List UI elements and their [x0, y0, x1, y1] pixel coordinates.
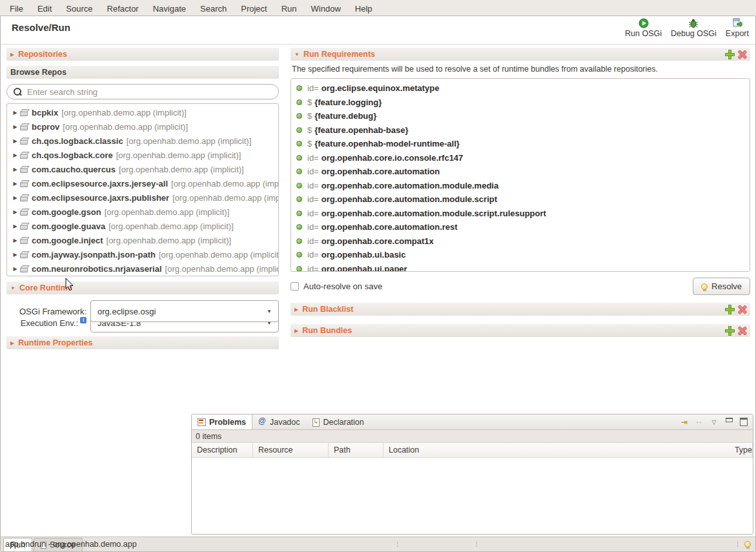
- repo-list-item[interactable]: ▶ bcprov [org.openhab.demo.app (implicit…: [7, 119, 278, 134]
- menu-item[interactable]: Refactor: [100, 1, 146, 16]
- requirement-item[interactable]: id= org.eclipse.equinox.metatype: [296, 81, 750, 96]
- requirement-item[interactable]: id= org.openhab.core.io.console.rfc147: [296, 151, 750, 165]
- repo-list-item[interactable]: ▶ com.eclipsesource.jaxrs.jersey-all [or…: [7, 176, 278, 190]
- column-header[interactable]: Path: [329, 443, 383, 457]
- expand-arrow-icon[interactable]: ▶: [11, 167, 19, 172]
- repo-list-item[interactable]: ▶ com.google.gson [org.openhab.demo.app …: [7, 205, 278, 219]
- export-button[interactable]: Export: [726, 18, 749, 38]
- requirement-item[interactable]: id= org.openhab.core.automation.module.s…: [296, 192, 750, 207]
- run-blacklist-section-header[interactable]: ▶ Run Blacklist: [291, 303, 750, 316]
- expand-arrow-icon[interactable]: ▶: [11, 223, 19, 229]
- requirement-item[interactable]: $ {feature.logging}: [296, 96, 750, 110]
- column-header[interactable]: Description: [192, 443, 253, 457]
- minimize-icon[interactable]: [724, 417, 734, 427]
- requirement-item[interactable]: id= org.openhab.ui.paper: [296, 262, 750, 272]
- menu-item[interactable]: Run: [274, 1, 304, 16]
- expand-arrow-icon[interactable]: ▶: [11, 181, 19, 187]
- osgi-framework-combo[interactable]: org.eclipse.osgi ▼: [90, 300, 279, 322]
- expand-arrow-icon[interactable]: ▶: [11, 138, 19, 144]
- menu-item[interactable]: Edit: [30, 1, 59, 16]
- requirement-item[interactable]: id= org.openhab.core.automation.rest: [296, 220, 750, 234]
- column-header[interactable]: Type: [730, 443, 753, 457]
- requirement-item[interactable]: $ {feature.debug}: [296, 109, 750, 123]
- add-requirement-icon[interactable]: [726, 50, 734, 59]
- menu-item[interactable]: Help: [348, 1, 380, 16]
- add-bundle-icon[interactable]: [726, 327, 734, 335]
- column-header[interactable]: Location: [383, 443, 730, 457]
- repo-list-item[interactable]: ▶ com.jayway.jsonpath.json-path [org.ope…: [7, 247, 278, 261]
- drag-handle[interactable]: ⁞: [475, 540, 476, 548]
- menu-item[interactable]: Window: [304, 1, 348, 16]
- remove-blacklist-icon[interactable]: [738, 305, 746, 314]
- items-count: 0 items: [192, 430, 753, 443]
- repo-list-item[interactable]: ▶ bcpkix [org.openhab.demo.app (implicit…: [7, 105, 278, 119]
- requirement-item[interactable]: id= org.openhab.core.compat1x: [296, 234, 750, 249]
- section-expanded-arrow-icon[interactable]: ▼: [294, 52, 300, 57]
- expand-arrow-icon[interactable]: ▶: [11, 209, 19, 215]
- drag-handle[interactable]: ⁞: [737, 540, 738, 548]
- section-collapsed-arrow-icon[interactable]: ▶: [10, 52, 14, 57]
- expand-arrow-icon[interactable]: ▶: [11, 266, 19, 272]
- repo-search-input[interactable]: [27, 87, 272, 97]
- view-menu-icon[interactable]: [709, 417, 719, 427]
- column-header[interactable]: Resource: [253, 443, 329, 457]
- requirement-item[interactable]: $ {feature.openhab-base}: [296, 123, 750, 138]
- form-actions: Run OSGi Debug OSGi Export: [625, 18, 749, 38]
- menu-item[interactable]: Source: [59, 1, 99, 16]
- run-osgi-icon: [639, 18, 649, 28]
- requirement-item[interactable]: id= org.openhab.core.automation.module.m…: [296, 179, 750, 193]
- remove-requirement-icon[interactable]: [738, 50, 746, 59]
- expand-arrow-icon[interactable]: ▶: [11, 195, 19, 201]
- run-osgi-button[interactable]: Run OSGi: [625, 18, 662, 38]
- expand-arrow-icon[interactable]: ▶: [11, 152, 19, 158]
- add-blacklist-icon[interactable]: [726, 305, 734, 314]
- expand-arrow-icon[interactable]: ▶: [11, 110, 19, 116]
- resolve-button[interactable]: Resolve: [693, 278, 750, 295]
- info-icon: [80, 317, 87, 323]
- filter-icon[interactable]: [694, 417, 704, 427]
- repo-search-box[interactable]: [6, 84, 279, 99]
- repo-list-item[interactable]: ▶ com.google.guava [org.openhab.demo.app…: [7, 219, 278, 233]
- expand-arrow-icon[interactable]: ▶: [11, 124, 19, 130]
- section-expanded-arrow-icon[interactable]: ▼: [10, 285, 15, 291]
- focus-on-task-icon[interactable]: [679, 417, 690, 427]
- auto-resolve-checkbox[interactable]: [291, 282, 299, 291]
- repositories-section-header[interactable]: ▶ Repositories: [6, 48, 279, 61]
- bundle-bullet-icon: [296, 183, 302, 189]
- requirement-item[interactable]: $ {feature.openhab-model-runtime-all}: [296, 137, 750, 151]
- repo-list-item[interactable]: ▶ com.google.inject [org.openhab.demo.ap…: [7, 233, 278, 247]
- runtime-properties-section-header[interactable]: ▶ Runtime Properties: [6, 336, 279, 349]
- repo-list-item[interactable]: ▶ ch.qos.logback.core [org.openhab.demo.…: [7, 148, 278, 162]
- debug-osgi-icon: [688, 18, 699, 28]
- expand-arrow-icon[interactable]: ▶: [11, 238, 19, 243]
- menu-item[interactable]: Navigate: [146, 1, 193, 16]
- run-requirements-section-header[interactable]: ▼ Run Requirements: [291, 48, 750, 61]
- drag-handle[interactable]: ⁞: [396, 540, 398, 548]
- expand-arrow-icon[interactable]: ▶: [11, 252, 19, 258]
- requirement-item[interactable]: id= org.openhab.core.automation: [296, 165, 750, 179]
- menu-item[interactable]: File: [3, 1, 30, 16]
- chevron-down-icon[interactable]: ▼: [260, 301, 278, 322]
- menu-item[interactable]: Project: [234, 1, 274, 16]
- remove-bundle-icon[interactable]: [738, 327, 746, 335]
- requirement-item[interactable]: id= org.openhab.core.automation.module.s…: [296, 207, 750, 221]
- core-runtime-section-header[interactable]: ▼ Core Runtime: [6, 281, 279, 294]
- maximize-icon[interactable]: [739, 417, 749, 427]
- repo-list-item[interactable]: ▶ ch.qos.logback.classic [org.openhab.de…: [7, 134, 278, 148]
- menu-item[interactable]: Search: [193, 1, 234, 16]
- notification-lightbulb-icon[interactable]: [744, 541, 751, 547]
- view-tab[interactable]: Javadoc: [252, 414, 306, 429]
- section-collapsed-arrow-icon[interactable]: ▶: [294, 328, 298, 334]
- view-tab[interactable]: Declaration: [306, 414, 370, 429]
- repo-list-item[interactable]: ▶ com.neuronrobotics.nrjavaserial [org.o…: [7, 261, 278, 276]
- requirement-item[interactable]: id= org.openhab.ui.basic: [296, 248, 750, 262]
- debug-osgi-button[interactable]: Debug OSGi: [671, 18, 717, 38]
- run-bundles-section-header[interactable]: ▶ Run Bundles: [291, 324, 750, 337]
- status-bar: app.bndrun - org.openhab.demo.app ⁞ ⁞ ⁞: [0, 536, 756, 552]
- view-tab[interactable]: Problems: [192, 414, 252, 429]
- repo-list-item[interactable]: ▶ com.caucho.quercus [org.openhab.demo.a…: [7, 162, 278, 176]
- repo-list-item[interactable]: ▶ com.eclipsesource.jaxrs.publisher [org…: [7, 190, 278, 205]
- view-tab-icon: [198, 418, 206, 426]
- section-collapsed-arrow-icon[interactable]: ▶: [10, 340, 14, 346]
- section-collapsed-arrow-icon[interactable]: ▶: [294, 307, 298, 312]
